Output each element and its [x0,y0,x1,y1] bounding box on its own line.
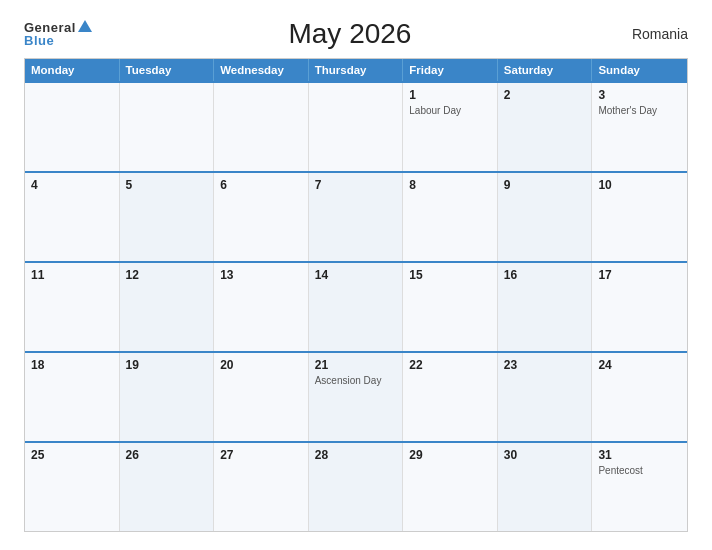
page: General Blue May 2026 Romania MondayTues… [0,0,712,550]
day-number: 7 [315,178,397,192]
calendar: MondayTuesdayWednesdayThursdayFridaySatu… [24,58,688,532]
day-cell [120,83,215,171]
day-cell: 26 [120,443,215,531]
day-cell: 23 [498,353,593,441]
calendar-header-row: MondayTuesdayWednesdayThursdayFridaySatu… [25,59,687,81]
day-number: 29 [409,448,491,462]
day-cell: 17 [592,263,687,351]
day-number: 13 [220,268,302,282]
day-cell: 29 [403,443,498,531]
header-cell-thursday: Thursday [309,59,404,81]
day-number: 14 [315,268,397,282]
day-number: 17 [598,268,681,282]
day-number: 19 [126,358,208,372]
logo-triangle-icon [78,20,92,32]
day-number: 10 [598,178,681,192]
day-number: 26 [126,448,208,462]
day-number: 4 [31,178,113,192]
day-number: 22 [409,358,491,372]
day-number: 27 [220,448,302,462]
header-cell-sunday: Sunday [592,59,687,81]
day-number: 28 [315,448,397,462]
day-cell: 15 [403,263,498,351]
day-number: 23 [504,358,586,372]
day-number: 16 [504,268,586,282]
header-cell-friday: Friday [403,59,498,81]
day-number: 9 [504,178,586,192]
day-cell: 6 [214,173,309,261]
logo-blue-text: Blue [24,34,54,47]
day-cell: 2 [498,83,593,171]
day-number: 18 [31,358,113,372]
calendar-body: 1Labour Day23Mother's Day456789101112131… [25,81,687,531]
day-cell [309,83,404,171]
day-number: 30 [504,448,586,462]
day-cell: 20 [214,353,309,441]
day-cell [214,83,309,171]
day-cell [25,83,120,171]
day-event: Mother's Day [598,105,681,116]
country-label: Romania [608,26,688,42]
day-cell: 25 [25,443,120,531]
day-number: 3 [598,88,681,102]
week-row-3: 11121314151617 [25,261,687,351]
day-cell: 22 [403,353,498,441]
header-cell-wednesday: Wednesday [214,59,309,81]
day-number: 24 [598,358,681,372]
day-number: 11 [31,268,113,282]
day-event: Labour Day [409,105,491,116]
day-event: Ascension Day [315,375,397,386]
day-number: 21 [315,358,397,372]
week-row-4: 18192021Ascension Day222324 [25,351,687,441]
header-cell-saturday: Saturday [498,59,593,81]
day-cell: 9 [498,173,593,261]
day-cell: 16 [498,263,593,351]
day-cell: 18 [25,353,120,441]
day-event: Pentecost [598,465,681,476]
day-cell: 10 [592,173,687,261]
day-number: 15 [409,268,491,282]
day-number: 8 [409,178,491,192]
day-cell: 31Pentecost [592,443,687,531]
day-number: 6 [220,178,302,192]
day-cell: 4 [25,173,120,261]
day-cell: 24 [592,353,687,441]
logo: General Blue [24,21,92,47]
week-row-2: 45678910 [25,171,687,261]
day-cell: 13 [214,263,309,351]
day-cell: 8 [403,173,498,261]
day-number: 12 [126,268,208,282]
day-number: 20 [220,358,302,372]
day-cell: 12 [120,263,215,351]
day-cell: 5 [120,173,215,261]
day-number: 1 [409,88,491,102]
day-cell: 19 [120,353,215,441]
header: General Blue May 2026 Romania [24,18,688,50]
day-cell: 21Ascension Day [309,353,404,441]
day-cell: 28 [309,443,404,531]
day-cell: 3Mother's Day [592,83,687,171]
day-number: 31 [598,448,681,462]
day-cell: 7 [309,173,404,261]
day-cell: 14 [309,263,404,351]
week-row-1: 1Labour Day23Mother's Day [25,81,687,171]
header-cell-tuesday: Tuesday [120,59,215,81]
week-row-5: 25262728293031Pentecost [25,441,687,531]
header-cell-monday: Monday [25,59,120,81]
calendar-title: May 2026 [92,18,608,50]
day-cell: 30 [498,443,593,531]
day-number: 5 [126,178,208,192]
day-cell: 1Labour Day [403,83,498,171]
day-number: 25 [31,448,113,462]
day-cell: 11 [25,263,120,351]
day-number: 2 [504,88,586,102]
day-cell: 27 [214,443,309,531]
